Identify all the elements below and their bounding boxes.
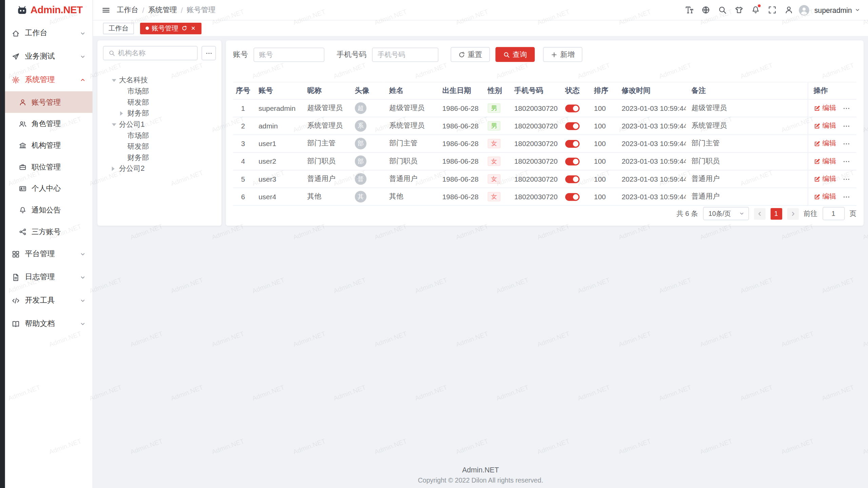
phone-input-wrapper bbox=[372, 47, 438, 62]
status-toggle[interactable] bbox=[565, 193, 579, 201]
row-more-button[interactable] bbox=[842, 140, 850, 147]
cell-account: user4 bbox=[253, 188, 302, 205]
tree-node[interactable]: 财务部 bbox=[103, 152, 216, 163]
profile-button[interactable] bbox=[782, 3, 795, 17]
tree-node[interactable]: 研发部 bbox=[103, 141, 216, 152]
edit-button[interactable]: 编辑 bbox=[813, 139, 836, 148]
status-toggle[interactable] bbox=[565, 176, 579, 183]
sidebar-item-help-docs[interactable]: 帮助文档 bbox=[5, 312, 93, 336]
cell-name: 超级管理员 bbox=[383, 99, 437, 117]
pagination: 共 6 条 10条/页 1 前往 页 bbox=[676, 207, 856, 220]
phone-input[interactable] bbox=[377, 50, 433, 58]
tree-node[interactable]: 财务部 bbox=[103, 108, 216, 119]
reset-button[interactable]: 重置 bbox=[451, 47, 490, 62]
tree-node[interactable]: 市场部 bbox=[103, 130, 216, 141]
prev-page-button[interactable] bbox=[754, 208, 765, 219]
more-icon bbox=[842, 175, 850, 183]
more-icon bbox=[842, 158, 850, 165]
sidebar-item-label: 工作台 bbox=[25, 28, 80, 38]
status-toggle[interactable] bbox=[565, 140, 579, 148]
status-toggle[interactable] bbox=[565, 158, 579, 166]
tab-refresh-button[interactable] bbox=[182, 25, 187, 31]
breadcrumb-item[interactable]: 工作台 bbox=[117, 5, 138, 15]
sidebar-item-third-account[interactable]: 三方账号 bbox=[5, 221, 93, 242]
sidebar-item-business-test[interactable]: 业务测试 bbox=[5, 45, 93, 68]
edit-button[interactable]: 编辑 bbox=[813, 192, 836, 202]
font-size-button[interactable] bbox=[683, 3, 696, 17]
query-button[interactable]: 查询 bbox=[495, 47, 535, 62]
page-number-button[interactable]: 1 bbox=[770, 208, 782, 219]
bank-icon bbox=[19, 141, 27, 149]
search-button[interactable] bbox=[716, 3, 729, 17]
page-footer: Admin.NET Copyright © 2022 Dilon All rig… bbox=[93, 466, 868, 484]
sidebar-item-notice[interactable]: 通知公告 bbox=[5, 199, 93, 221]
menu-collapse-button[interactable] bbox=[99, 3, 113, 17]
tree-caret-icon[interactable] bbox=[112, 166, 118, 171]
edit-button[interactable]: 编辑 bbox=[813, 121, 836, 131]
row-more-button[interactable] bbox=[842, 175, 850, 183]
sidebar-item-system-manage[interactable]: 系统管理 bbox=[5, 68, 93, 92]
theme-button[interactable] bbox=[732, 3, 746, 17]
sidebar-item-org-manage[interactable]: 机构管理 bbox=[5, 135, 93, 156]
user-avatar[interactable] bbox=[799, 5, 809, 15]
tree-node[interactable]: 市场部 bbox=[103, 86, 216, 97]
sidebar-item-dev-tools[interactable]: 开发工具 bbox=[5, 289, 93, 312]
row-more-button[interactable] bbox=[842, 193, 850, 201]
tree-caret-icon[interactable] bbox=[112, 79, 118, 82]
edit-button[interactable]: 编辑 bbox=[813, 174, 836, 184]
tree-node[interactable]: 大名科技 bbox=[103, 75, 216, 86]
tree-node-label: 财务部 bbox=[127, 108, 149, 118]
tree-node-label: 大名科技 bbox=[119, 75, 148, 85]
tab-workbench[interactable]: 工作台 bbox=[103, 22, 134, 34]
total-count-label: 共 6 条 bbox=[676, 209, 698, 218]
menu-chevron bbox=[80, 54, 86, 60]
status-toggle[interactable] bbox=[565, 105, 579, 113]
sidebar-item-label: 系统管理 bbox=[25, 75, 80, 84]
sidebar-item-workbench[interactable]: 工作台 bbox=[5, 22, 93, 45]
cell-account: user3 bbox=[253, 170, 302, 188]
sidebar-item-account-manage[interactable]: 账号管理 bbox=[5, 91, 93, 113]
tree-caret-icon[interactable] bbox=[112, 123, 118, 126]
account-input[interactable] bbox=[259, 50, 319, 58]
menu-item-icon bbox=[19, 98, 27, 106]
fullscreen-button[interactable] bbox=[766, 3, 779, 17]
page-size-select[interactable]: 10条/页 bbox=[703, 207, 749, 220]
add-button[interactable]: 新增 bbox=[543, 47, 583, 62]
tree-node[interactable]: 分公司2 bbox=[103, 163, 216, 175]
column-header: 操作 bbox=[808, 82, 856, 99]
status-toggle[interactable] bbox=[565, 122, 579, 130]
tree-more-button[interactable] bbox=[201, 46, 216, 60]
sidebar-item-user-center[interactable]: 个人中心 bbox=[5, 178, 93, 199]
row-more-button[interactable] bbox=[842, 158, 850, 165]
tree-node[interactable]: 研发部 bbox=[103, 97, 216, 108]
edit-button[interactable]: 编辑 bbox=[813, 157, 836, 166]
tab-account-manage[interactable]: 账号管理 bbox=[140, 22, 201, 34]
user-menu[interactable]: superadmin bbox=[814, 6, 860, 14]
sidebar-item-role-manage[interactable]: 角色管理 bbox=[5, 113, 93, 135]
row-more-button[interactable] bbox=[842, 104, 850, 112]
language-button[interactable] bbox=[699, 3, 712, 17]
goto-page-input[interactable] bbox=[822, 207, 844, 220]
sidebar-item-label: 机构管理 bbox=[32, 140, 86, 150]
notification-button[interactable] bbox=[749, 3, 762, 17]
sidebar-item-label: 业务测试 bbox=[25, 52, 80, 61]
menu-item-icon bbox=[19, 206, 27, 214]
breadcrumb-item[interactable]: 系统管理 bbox=[148, 5, 177, 15]
cell-birth-date: 1986-06-28 bbox=[437, 117, 482, 135]
row-more-button[interactable] bbox=[842, 122, 850, 130]
column-header: 排序 bbox=[589, 82, 616, 99]
edit-button[interactable]: 编辑 bbox=[813, 103, 836, 113]
breadcrumb: 工作台 / 系统管理 / 账号管理 bbox=[117, 5, 215, 15]
table-row: 6user4其他其其他1986-06-28女180200307201002023… bbox=[233, 188, 856, 205]
tree-caret-icon[interactable] bbox=[120, 111, 126, 116]
sidebar-item-platform-manage[interactable]: 平台管理 bbox=[5, 242, 93, 266]
sidebar-item-log-manage[interactable]: 日志管理 bbox=[5, 266, 93, 289]
sidebar-item-post-manage[interactable]: 职位管理 bbox=[5, 156, 93, 178]
tab-close-button[interactable] bbox=[191, 25, 196, 31]
idcard-icon bbox=[19, 184, 27, 192]
cell-nickname: 系统管理员 bbox=[302, 117, 349, 135]
gender-badge: 男 bbox=[488, 121, 500, 131]
next-page-button[interactable] bbox=[787, 208, 798, 219]
org-search-input[interactable] bbox=[118, 49, 192, 57]
tree-node[interactable]: 分公司1 bbox=[103, 119, 216, 130]
